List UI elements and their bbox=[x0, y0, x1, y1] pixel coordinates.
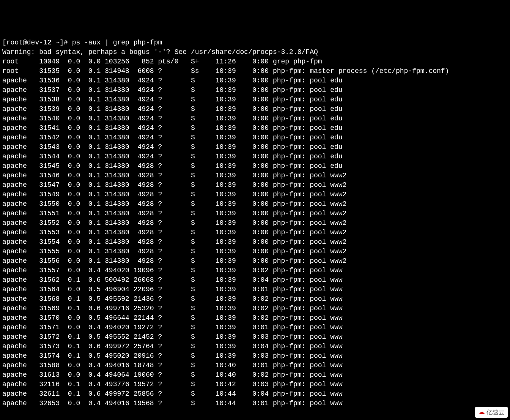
terminal-output[interactable]: [root@dev-12 ~]# ps -aux | grep php-fpm … bbox=[2, 38, 508, 408]
watermark-badge: ☁ 亿速云 bbox=[475, 407, 508, 418]
cloud-icon: ☁ bbox=[478, 407, 485, 417]
watermark-text: 亿速云 bbox=[486, 407, 505, 417]
